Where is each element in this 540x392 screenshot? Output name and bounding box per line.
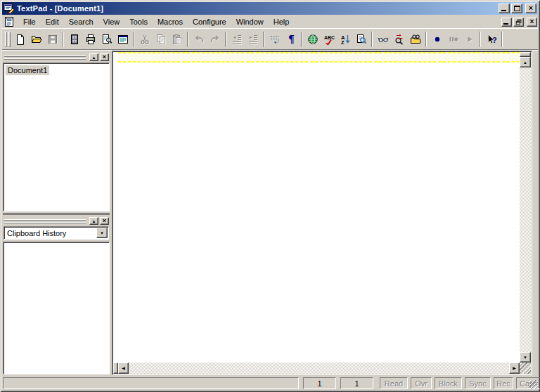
full-screen-icon <box>117 34 129 45</box>
panel-close-button[interactable]: × <box>100 217 109 225</box>
view-in-browser-button[interactable] <box>304 32 321 47</box>
vertical-scrollbar[interactable]: ▲ ▼ <box>520 52 531 362</box>
textpad-window: TextPad - [Document1] × File Edit Search… <box>0 0 540 392</box>
panel-collapse-button[interactable]: ▲ <box>89 217 98 225</box>
split-window-handle[interactable] <box>113 362 118 374</box>
minimize-icon <box>503 23 508 25</box>
svg-text:Z: Z <box>341 39 345 45</box>
manage-files-button[interactable] <box>66 32 82 47</box>
scroll-up-button[interactable]: ▲ <box>520 57 531 67</box>
context-help-button[interactable]: ? <box>483 32 499 47</box>
toolbar: ¶ABCAZ? <box>2 30 538 50</box>
status-message-panel <box>3 377 299 389</box>
record-macro-button[interactable] <box>429 32 445 47</box>
close-icon: × <box>103 54 106 60</box>
view-in-browser-icon <box>307 34 319 45</box>
full-screen-button[interactable] <box>115 32 131 47</box>
menu-edit[interactable]: Edit <box>41 16 64 27</box>
print-icon <box>85 34 96 45</box>
word-wrap-button[interactable] <box>266 32 283 47</box>
dock-splitter[interactable] <box>3 213 110 215</box>
menu-window[interactable]: Window <box>231 16 269 27</box>
copy-icon <box>155 34 167 45</box>
menu-bar: File Edit Search View Tools Macros Confi… <box>2 15 538 29</box>
menu-file[interactable]: File <box>18 16 41 27</box>
document-selector-panel: ▲ × Document1 <box>3 53 110 211</box>
document-minimize-button[interactable] <box>501 18 512 27</box>
horizontal-scrollbar[interactable]: ◀ ▶ <box>113 362 520 374</box>
menu-tools[interactable]: Tools <box>124 16 153 27</box>
document-restore-button[interactable] <box>513 18 524 27</box>
clipboard-panel-gripper[interactable]: ▲ × <box>3 216 110 226</box>
find-in-files-button[interactable] <box>407 32 423 47</box>
text-editing-area[interactable] <box>113 52 520 362</box>
document-selector-gripper[interactable]: ▲ × <box>3 53 110 63</box>
save-file-button <box>44 32 60 47</box>
context-help-icon: ? <box>486 34 497 45</box>
paste-button <box>169 32 185 47</box>
paste-icon <box>172 34 183 45</box>
window-maximize-button[interactable] <box>511 4 522 13</box>
close-icon: × <box>529 5 533 12</box>
document-close-button[interactable]: × <box>527 18 537 27</box>
document-selector-list[interactable]: Document1 <box>3 63 110 211</box>
menu-macros[interactable]: Macros <box>153 16 188 27</box>
scroll-down-button[interactable]: ▼ <box>520 352 531 362</box>
indicator-block-select: Block <box>435 377 462 389</box>
scroll-right-button[interactable]: ▶ <box>509 362 520 374</box>
document-system-menu-icon[interactable] <box>4 16 15 27</box>
toolbar-separator <box>301 32 302 47</box>
toolbar-separator <box>425 32 427 47</box>
compare-files-icon <box>356 34 367 45</box>
new-document-button[interactable] <box>12 32 28 47</box>
manage-files-icon <box>69 34 80 45</box>
split-window-handle[interactable] <box>520 52 531 57</box>
open-file-button[interactable] <box>28 32 44 47</box>
window-close-button[interactable]: × <box>525 4 536 13</box>
spell-check-icon: ABC <box>323 34 335 45</box>
document-resize-grip[interactable] <box>520 362 531 374</box>
spell-check-button[interactable]: ABC <box>321 32 337 47</box>
replace-button[interactable] <box>391 32 407 47</box>
gripper-lines <box>4 219 86 223</box>
combo-dropdown-button[interactable]: ▼ <box>96 228 108 238</box>
status-bar: 1 1 Read Ovr Block Sync Rec Caps <box>2 376 538 390</box>
panel-close-button[interactable]: × <box>100 53 109 61</box>
indicator-read-only: Read <box>380 377 408 389</box>
clipboard-history-list[interactable] <box>3 242 110 374</box>
toolbar-gripper[interactable] <box>5 32 11 47</box>
document-list-item[interactable]: Document1 <box>6 65 49 75</box>
clipboard-history-panel: ▲ × Clipboard History ▼ <box>3 216 110 374</box>
scroll-left-button[interactable]: ◀ <box>118 362 129 374</box>
menu-configure[interactable]: Configure <box>188 16 231 27</box>
print-button[interactable] <box>82 32 98 47</box>
find-button[interactable] <box>375 32 391 47</box>
toolbar-separator <box>501 32 503 47</box>
window-resize-grip[interactable] <box>529 380 538 389</box>
sort-button[interactable]: AZ <box>337 32 353 47</box>
redo-icon <box>210 34 221 45</box>
compare-files-button[interactable] <box>353 32 369 47</box>
print-preview-icon <box>101 34 112 45</box>
gripper-lines <box>4 55 86 60</box>
svg-text:ABC: ABC <box>324 35 335 40</box>
window-minimize-button[interactable] <box>499 4 510 13</box>
menu-help[interactable]: Help <box>269 16 295 27</box>
menu-view[interactable]: View <box>98 16 125 27</box>
current-line-highlight <box>118 52 520 63</box>
undo-button <box>191 32 207 47</box>
chevron-down-icon: ▼ <box>100 231 104 235</box>
menu-search[interactable]: Search <box>64 16 98 27</box>
vertical-scroll-track[interactable] <box>520 67 531 352</box>
panel-collapse-button[interactable]: ▲ <box>89 53 98 61</box>
visible-whitespace-button[interactable]: ¶ <box>283 32 299 47</box>
undo-icon <box>193 34 205 45</box>
unindent-button <box>229 32 245 47</box>
toolbar-separator <box>225 32 226 47</box>
copy-button <box>153 32 169 47</box>
clipboard-view-select[interactable]: Clipboard History ▼ <box>4 226 109 240</box>
title-bar[interactable]: TextPad - [Document1] × <box>2 2 538 15</box>
print-preview-button[interactable] <box>98 32 115 47</box>
visible-whitespace-icon: ¶ <box>285 34 297 45</box>
horizontal-scroll-track[interactable] <box>129 362 509 374</box>
